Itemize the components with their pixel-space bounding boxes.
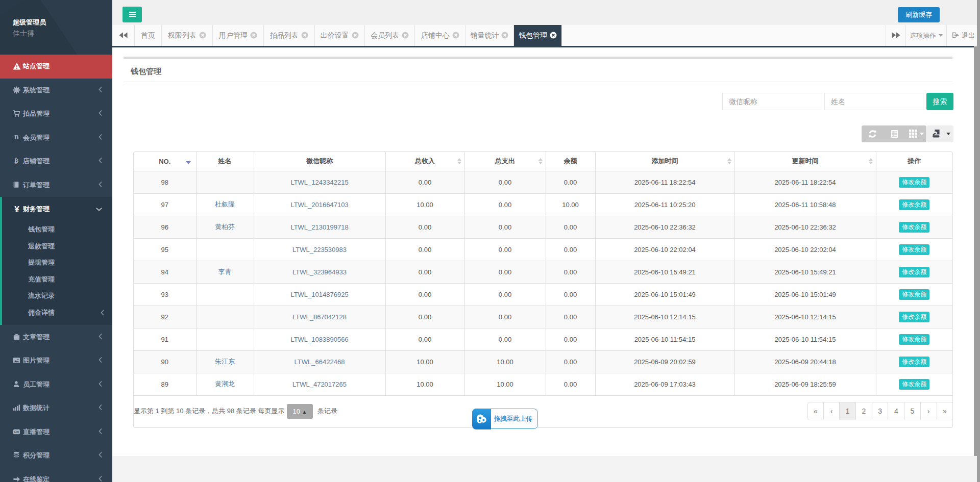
svg-text:¥: ¥ (14, 205, 19, 213)
svg-text:₿: ₿ (14, 158, 18, 165)
svg-text:HD: HD (14, 430, 19, 434)
svg-text:B: B (14, 134, 19, 141)
